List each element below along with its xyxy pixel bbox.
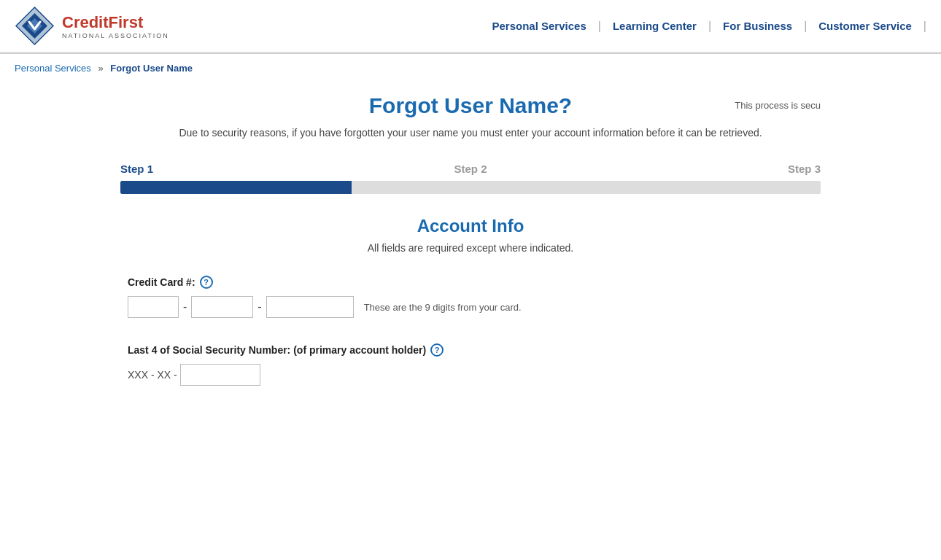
progress-fill (120, 181, 352, 194)
nav-learning-center[interactable]: Learning Center (601, 20, 708, 32)
step-2-label: Step 2 (354, 163, 587, 175)
credit-card-part3[interactable] (266, 296, 354, 318)
secure-notice: This process is secu (735, 90, 821, 111)
cc-dash-2: - (256, 300, 263, 314)
section-subtitle: All fields are required except where ind… (120, 242, 821, 254)
progress-bar (120, 181, 821, 194)
credit-card-label: Credit Card #: ? (128, 276, 813, 289)
steps-container: Step 1 Step 2 Step 3 (120, 163, 821, 194)
breadcrumb-separator: » (98, 63, 103, 74)
main-content: Forgot User Name? This process is secu D… (106, 82, 835, 440)
section-title: Account Info (120, 216, 821, 236)
step-3-label: Step 3 (587, 163, 821, 175)
logo-credit: Credit (62, 13, 109, 31)
credit-card-help-icon[interactable]: ? (200, 276, 213, 289)
page-subtitle: Due to security reasons, if you have for… (120, 125, 821, 141)
steps-labels: Step 1 Step 2 Step 3 (120, 163, 821, 175)
ssn-row: XXX - XX - (128, 364, 813, 386)
page-title: Forgot User Name? (354, 93, 587, 118)
breadcrumb-parent[interactable]: Personal Services (15, 63, 91, 74)
credit-card-part2[interactable] (191, 296, 253, 318)
logo[interactable]: CreditFirst NATIONAL ASSOCIATION (15, 6, 169, 46)
ssn-help-icon[interactable]: ? (430, 343, 444, 357)
cc-dash-1: - (182, 300, 188, 314)
breadcrumb: Personal Services » Forgot User Name (0, 54, 941, 82)
logo-first: First (109, 13, 144, 31)
credit-card-group: Credit Card #: ? - - These are the 9 dig… (128, 276, 813, 318)
page-title-row: Forgot User Name? This process is secu (120, 90, 821, 118)
credit-card-inputs: - - These are the 9 digits from your car… (128, 296, 813, 318)
form-section: Credit Card #: ? - - These are the 9 dig… (120, 276, 821, 386)
logo-icon (15, 6, 55, 46)
credit-card-part1[interactable] (128, 296, 179, 318)
nav-sep-4: | (923, 20, 926, 33)
credit-card-label-text: Credit Card #: (128, 276, 195, 288)
main-nav: Personal Services | Learning Center | Fo… (480, 20, 926, 33)
breadcrumb-current: Forgot User Name (110, 63, 193, 74)
nav-personal-services[interactable]: Personal Services (480, 20, 597, 32)
ssn-input[interactable] (180, 364, 260, 386)
logo-sub: NATIONAL ASSOCIATION (62, 32, 169, 39)
ssn-label: Last 4 of Social Security Number: (of pr… (128, 343, 813, 357)
ssn-masked-prefix: XXX - XX - (128, 369, 177, 381)
logo-brand: CreditFirst (62, 13, 169, 32)
nav-for-business[interactable]: For Business (711, 20, 804, 32)
ssn-group: Last 4 of Social Security Number: (of pr… (128, 343, 813, 386)
credit-card-hint: These are the 9 digits from your card. (364, 302, 522, 313)
nav-customer-service[interactable]: Customer Service (807, 20, 923, 32)
site-header: CreditFirst NATIONAL ASSOCIATION Persona… (0, 0, 941, 53)
logo-text: CreditFirst NATIONAL ASSOCIATION (62, 13, 169, 39)
step-1-label: Step 1 (120, 163, 354, 175)
ssn-label-text: Last 4 of Social Security Number: (of pr… (128, 344, 426, 356)
